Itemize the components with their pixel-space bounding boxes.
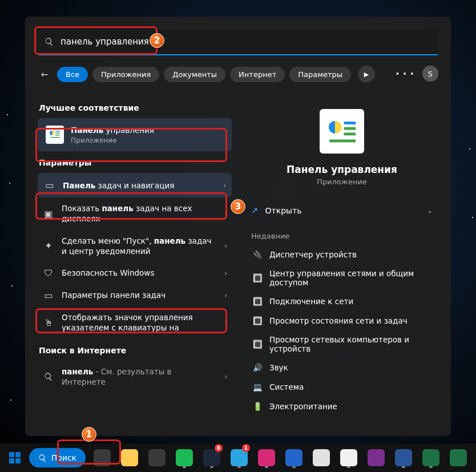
settings-result-1[interactable]: ▣ Показать панель задач на всех дисплеях… xyxy=(38,197,232,229)
recent-item-icon: 🔌 xyxy=(252,249,263,260)
recent-item-label: Подключение к сети xyxy=(269,297,353,306)
mouse-icon: 🖱 xyxy=(42,317,55,328)
recent-item[interactable]: 🔌Диспетчер устройств xyxy=(249,245,435,264)
recent-item[interactable]: 🔳Просмотр сетевых компьютеров и устройст… xyxy=(249,330,435,358)
taskbar-app-mail[interactable] xyxy=(309,446,333,470)
open-button[interactable]: ↗ Открыть xyxy=(251,205,302,216)
search-icon xyxy=(45,37,54,49)
taskbar-app-explorer[interactable] xyxy=(118,446,142,470)
settings-result-4[interactable]: ▭ Параметры панели задач › xyxy=(38,284,232,306)
settings-result-5[interactable]: 🖱 Отображать значок управления указателе… xyxy=(38,306,232,338)
taskbar-app-steam[interactable]: 8 xyxy=(200,446,224,470)
sparkle-icon: ✦ xyxy=(42,240,55,251)
svg-rect-2 xyxy=(55,133,60,134)
recent-item[interactable]: 🔊Звук xyxy=(249,358,435,377)
chevron-right-icon: › xyxy=(224,269,227,277)
tab-web[interactable]: Интернет xyxy=(230,67,285,82)
more-tabs-button[interactable]: ▶ xyxy=(358,66,375,83)
tab-docs[interactable]: Документы xyxy=(164,67,225,82)
svg-rect-9 xyxy=(329,140,356,143)
web-result[interactable]: панель - См. результаты в Интернете › xyxy=(38,361,232,393)
taskbar-app-blue-app[interactable] xyxy=(282,446,306,470)
more-options[interactable]: • • • xyxy=(395,69,414,78)
svg-rect-3 xyxy=(55,135,60,136)
best-match-title-rest: управления xyxy=(103,126,154,135)
search-input[interactable] xyxy=(38,29,438,55)
search-icon xyxy=(42,372,55,381)
notification-badge: 1 xyxy=(242,444,250,452)
recent-item[interactable]: 🔋Электропитание xyxy=(249,397,435,416)
expand-button[interactable]: ⌄ xyxy=(427,207,433,215)
user-avatar[interactable]: S xyxy=(422,66,438,82)
taskbar-icon: ▭ xyxy=(43,180,56,191)
svg-rect-7 xyxy=(344,127,356,130)
recent-item-label: Система xyxy=(269,382,304,392)
recent-item-icon: 🔋 xyxy=(252,401,263,412)
chevron-right-icon: › xyxy=(224,318,227,326)
settings-result-3[interactable]: 🛡 Безопасность Windows › xyxy=(38,262,232,284)
chevron-right-icon: › xyxy=(223,181,226,189)
svg-rect-10 xyxy=(9,452,14,457)
recent-item-label: Просмотр сетевых компьютеров и устройств xyxy=(269,335,431,353)
start-button[interactable] xyxy=(6,446,25,470)
best-match-subtitle: Приложение xyxy=(71,136,224,144)
taskbar-app-instagram[interactable] xyxy=(255,446,279,470)
recent-item-icon: 🔊 xyxy=(252,362,263,373)
tab-all[interactable]: Все xyxy=(57,67,88,82)
chevron-right-icon: › xyxy=(224,242,227,250)
svg-rect-8 xyxy=(344,132,356,135)
svg-rect-12 xyxy=(9,458,14,463)
taskbar-icon: ▭ xyxy=(42,290,55,301)
taskbar-app-telegram[interactable]: 1 xyxy=(227,446,251,470)
recent-item[interactable]: 💻Система xyxy=(249,377,435,397)
chevron-right-icon: › xyxy=(224,292,227,300)
recent-item[interactable]: 🔳Просмотр состояния сети и задач xyxy=(249,311,435,330)
taskbar-app-excel2[interactable] xyxy=(446,446,470,470)
recent-item-icon: 🔳 xyxy=(252,296,263,306)
filter-tabs: ← Все Приложения Документы Интернет Пара… xyxy=(37,66,375,83)
shield-icon: 🛡 xyxy=(42,268,55,279)
recent-item[interactable]: 🔳Подключение к сети xyxy=(249,292,435,311)
search-input-container xyxy=(38,29,438,55)
recent-item-icon: 🔳 xyxy=(252,273,263,283)
notification-badge: 8 xyxy=(215,444,223,452)
recent-item[interactable]: 🔳Центр управления сетями и общим доступо… xyxy=(249,264,435,292)
recent-item-icon: 🔳 xyxy=(252,316,263,326)
taskbar-app-onenote[interactable] xyxy=(364,446,388,470)
chevron-right-icon: › xyxy=(224,373,227,381)
settings-result-2[interactable]: ✦ Сделать меню "Пуск", панель задач и це… xyxy=(38,230,232,262)
taskbar-app-excel[interactable] xyxy=(419,446,443,470)
svg-rect-6 xyxy=(344,122,356,124)
svg-rect-11 xyxy=(15,452,21,457)
recent-item-label: Звук xyxy=(269,363,288,372)
preview-pane: Панель управления Приложение xyxy=(245,96,438,186)
taskbar-app-spotify[interactable] xyxy=(172,446,196,470)
recent-item-label: Электропитание xyxy=(269,402,337,411)
back-button[interactable]: ← xyxy=(37,69,53,80)
taskbar-app-calculator[interactable] xyxy=(145,446,169,470)
taskbar-app-chrome[interactable] xyxy=(337,446,361,470)
taskbar-app-word[interactable] xyxy=(392,446,416,470)
search-panel: ← Все Приложения Документы Интернет Пара… xyxy=(25,17,451,436)
taskbar: Поиск 81 xyxy=(0,443,476,472)
best-match-result[interactable]: Панель управления Приложение xyxy=(38,118,232,151)
settings-result-0[interactable]: ▭ Панель задач и навигация › xyxy=(38,173,232,197)
recent-item-icon: 💻 xyxy=(252,382,263,392)
preview-subtitle: Приложение xyxy=(245,177,438,186)
taskbar-search[interactable]: Поиск xyxy=(29,448,86,467)
recent-heading: Недавние xyxy=(245,224,438,245)
control-panel-icon xyxy=(46,126,64,144)
preview-title: Панель управления xyxy=(245,164,438,175)
recent-item-label: Просмотр состояния сети и задач xyxy=(269,316,408,325)
best-match-heading: Лучшее соответствие xyxy=(39,103,232,112)
chevron-right-icon: › xyxy=(224,209,227,217)
tab-apps[interactable]: Приложения xyxy=(92,67,159,82)
web-heading: Поиск в Интернете xyxy=(39,346,232,355)
open-label: Открыть xyxy=(265,206,302,215)
recent-item-label: Центр управления сетями и общим доступом xyxy=(269,269,431,287)
settings-heading: Параметры xyxy=(39,158,232,167)
displays-icon: ▣ xyxy=(42,208,55,219)
taskbar-app-task-view[interactable] xyxy=(90,446,114,470)
svg-rect-1 xyxy=(55,131,60,132)
tab-settings[interactable]: Параметры xyxy=(289,67,351,82)
